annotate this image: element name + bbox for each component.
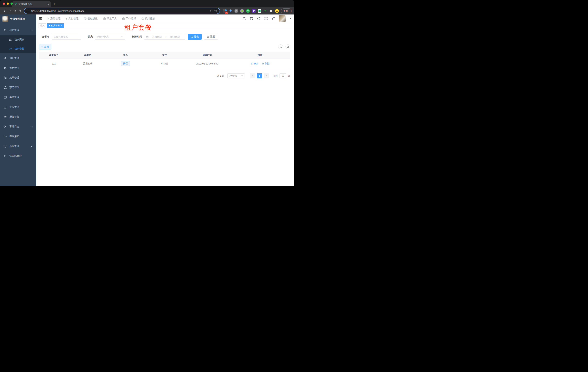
start-date-placeholder[interactable]: 开始日期 [149, 35, 165, 38]
chevron-down-icon [30, 145, 33, 148]
add-button[interactable]: 新增 [39, 44, 51, 49]
sidebar-item-menu-mgmt[interactable]: 菜单管理 [0, 73, 36, 83]
header-search-icon[interactable] [242, 17, 246, 20]
reset-button[interactable]: 重置 [204, 34, 218, 40]
status-select[interactable]: 请选择状态 [95, 34, 125, 40]
help-icon[interactable] [257, 17, 261, 20]
sidebar-item-dict-mgmt[interactable]: 字典管理 [0, 102, 36, 112]
edit-link[interactable]: 修改 [250, 62, 258, 65]
sidebar-item-tenant-list[interactable]: 租户列表 [0, 35, 36, 44]
new-tab-button[interactable]: + [53, 2, 55, 6]
tree-table-icon [4, 76, 7, 79]
cell-status: 开启 [107, 58, 144, 69]
filter-name-group: 套餐名 [42, 34, 81, 40]
tag-tenant-package[interactable]: 租户套餐 × [47, 23, 64, 28]
sidebar-item-sms-mgmt[interactable]: 短信管理 [0, 141, 36, 151]
nav-payment-mgmt[interactable]: ¥支付管理 [66, 17, 78, 20]
browser-tab[interactable]: 芋道管理系统 × [12, 1, 51, 7]
table-row: 111 普通套餐 开启 小功能 2022-02-22 00:54:00 修改 删… [39, 58, 290, 69]
home-icon[interactable] [17, 8, 22, 13]
delete-link[interactable]: 删除 [262, 62, 270, 65]
sidebar-item-audit-log[interactable]: 审计日志 [0, 122, 36, 131]
reload-icon[interactable] [12, 8, 17, 13]
nav-workflow[interactable]: 工作流程 [122, 17, 136, 20]
nav-report[interactable]: 统计报表 [141, 17, 155, 20]
font-size-icon[interactable] [272, 17, 275, 20]
sidebar-item-role-mgmt[interactable]: 角色管理 [0, 63, 36, 73]
extension-gem-icon[interactable] [229, 9, 232, 13]
filter-status-group: 状态 请选择状态 [88, 34, 125, 40]
share-icon[interactable] [210, 10, 212, 12]
page-content: 套餐名 状态 请选择状态 创建时间 开始日期 [36, 29, 294, 186]
extension-badge: 10 [225, 11, 228, 14]
extension-chat-icon[interactable] [258, 9, 262, 13]
forward-icon[interactable] [7, 8, 12, 13]
extension-star-icon[interactable]: ✶ [263, 9, 267, 13]
page-overlay-title: 租户套餐 [124, 23, 152, 32]
toggle-search-button[interactable] [278, 44, 283, 49]
nav-dev-tools[interactable]: 研发工具 [103, 17, 117, 20]
chrome-update-button[interactable]: 更新 [281, 9, 292, 13]
browser-menu-icon[interactable] [289, 10, 290, 12]
nav-system-mgmt[interactable]: 系统管理 [47, 17, 61, 20]
update-label: 更新 [283, 9, 288, 12]
package-name-input[interactable] [52, 34, 81, 40]
prev-page-button[interactable] [250, 73, 255, 78]
app-logo-row[interactable]: 芋道管理系统 [0, 14, 36, 23]
current-page-button[interactable]: 1 [257, 73, 262, 78]
end-date-placeholder[interactable]: 结束日期 [167, 35, 183, 38]
refresh-icon [287, 46, 289, 48]
tag-close-icon[interactable]: × [61, 24, 62, 27]
nav-infrastructure[interactable]: 基础设施 [84, 17, 98, 20]
sidebar-item-dept-mgmt[interactable]: 部门管理 [0, 83, 36, 92]
sidebar-item-tenant-mgmt[interactable]: 租户管理 [0, 25, 36, 35]
bookmark-star-icon[interactable] [214, 10, 217, 12]
peoples-icon [4, 29, 7, 32]
tab-close-icon[interactable]: × [47, 3, 49, 6]
avatar-caret-down-icon[interactable] [289, 18, 292, 20]
pen-icon [250, 62, 253, 65]
plus-icon [41, 46, 43, 48]
sidebar-item-notice[interactable]: 通知公告 [0, 112, 36, 122]
extension-y-icon[interactable]: y [246, 9, 250, 13]
app-header: 系统管理 ¥支付管理 基础设施 研发工具 工作流程 统计报表 [36, 14, 294, 23]
app-logo-image [2, 16, 8, 22]
close-window-button[interactable] [3, 2, 5, 5]
gauge-icon [141, 17, 144, 20]
site-info-icon[interactable] [27, 10, 29, 12]
browser-toolbar: 127.0.0.1:48080/admin-ui/system/tenant/p… [0, 7, 294, 14]
goto-page-input[interactable] [280, 73, 286, 78]
sidebar-item-user-mgmt[interactable]: 用户管理 [0, 53, 36, 63]
sidebar-item-tenant-package[interactable]: 租户套餐 [0, 44, 36, 53]
zoom-window-button[interactable] [10, 2, 13, 5]
sidebar-item-error-code[interactable]: 错误码管理 [0, 151, 36, 161]
search-button[interactable]: 搜索 [188, 34, 202, 40]
pagination-total: 共 1 条 [217, 74, 224, 77]
date-range-picker[interactable]: 开始日期 - 结束日期 [144, 34, 185, 40]
edit-log-icon [4, 125, 7, 128]
sidebar-toggle-icon[interactable] [36, 17, 45, 20]
sidebar-item-post-mgmt[interactable]: 岗位管理 [0, 92, 36, 102]
extension-tabs-icon[interactable]: 10 [223, 9, 227, 13]
extension-command-icon[interactable]: ⌘ [234, 9, 238, 13]
page-size-select[interactable]: 10条/页 [227, 73, 245, 78]
profile-avatar-icon[interactable] [275, 9, 279, 13]
address-bar[interactable]: 127.0.0.1:48080/admin-ui/system/tenant/p… [24, 8, 220, 14]
fullscreen-icon[interactable] [264, 17, 268, 20]
cell-remark: 小功能 [144, 58, 184, 69]
url-text[interactable]: 127.0.0.1:48080/admin-ui/system/tenant/p… [31, 10, 208, 12]
active-tag-dot [49, 25, 50, 26]
tag-home[interactable]: 首页 [39, 23, 46, 28]
back-icon[interactable] [2, 8, 7, 13]
extension-shield-icon[interactable] [252, 9, 256, 13]
github-icon[interactable] [250, 17, 253, 20]
minimize-window-button[interactable] [7, 2, 9, 5]
sidebar-item-online-users[interactable]: 在线用户 [0, 131, 36, 141]
browser-window: 芋道管理系统 × + 127.0.0.1:48080/admin-ui/syst… [0, 0, 294, 186]
extension-recorder-icon[interactable] [240, 9, 244, 13]
status-badge: 开启 [121, 61, 130, 66]
refresh-table-button[interactable] [285, 44, 290, 49]
extensions-puzzle-icon[interactable] [269, 9, 273, 13]
user-avatar[interactable] [279, 15, 286, 22]
next-page-button[interactable] [264, 73, 269, 78]
